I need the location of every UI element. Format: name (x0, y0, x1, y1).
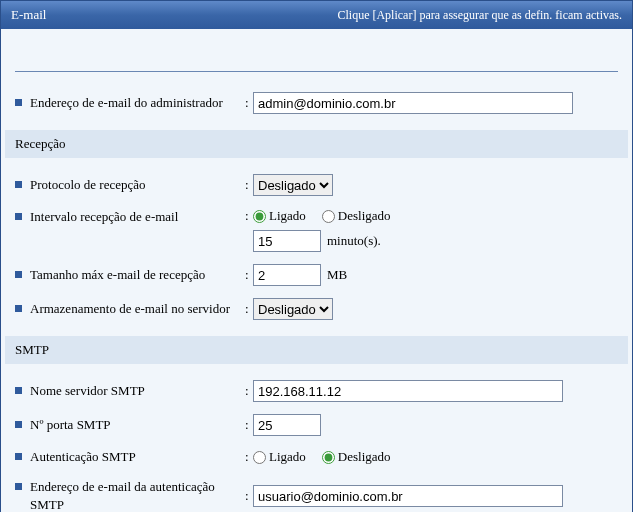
protocol-select[interactable]: Desligado (253, 174, 333, 196)
row-storage: Armazenamento de e-mail no servidor : De… (15, 292, 618, 326)
smtp-server-label: Nome servidor SMTP (30, 382, 145, 400)
smtp-auth-label: Autenticação SMTP (30, 448, 136, 466)
smtp-port-input[interactable] (253, 414, 321, 436)
smtp-server-input[interactable] (253, 380, 563, 402)
maxsize-input[interactable] (253, 264, 321, 286)
row-maxsize: Tamanho máx e-mail de recepção : MB (15, 258, 618, 292)
smtp-auth-on-radio-wrap[interactable]: Ligado (253, 449, 306, 465)
smtp-auth-off-radio-wrap[interactable]: Desligado (322, 449, 391, 465)
interval-off-radio-wrap[interactable]: Desligado (322, 208, 391, 224)
admin-email-input[interactable] (253, 92, 573, 114)
admin-email-label: Endereço de e-mail do administrador (30, 94, 223, 112)
row-interval: Intervalo recepção de e-mail : Ligado De… (15, 202, 618, 258)
protocol-label: Protocolo de recepção (30, 176, 146, 194)
row-admin-email: Endereço de e-mail do administrador : (15, 86, 618, 120)
smtp-auth-on-label: Ligado (269, 449, 306, 465)
smtp-auth-off-radio[interactable] (322, 451, 335, 464)
interval-on-radio[interactable] (253, 210, 266, 223)
interval-on-label: Ligado (269, 208, 306, 224)
separator (15, 71, 618, 72)
smtp-auth-off-label: Desligado (338, 449, 391, 465)
bullet-icon (15, 181, 22, 188)
page-hint: Clique [Aplicar] para assegurar que as d… (337, 8, 622, 23)
storage-label: Armazenamento de e-mail no servidor (30, 300, 230, 318)
maxsize-label: Tamanho máx e-mail de recepção (30, 266, 205, 284)
section-reception: Recepção (5, 130, 628, 158)
interval-value-input[interactable] (253, 230, 321, 252)
smtp-auth-on-radio[interactable] (253, 451, 266, 464)
interval-off-label: Desligado (338, 208, 391, 224)
interval-off-radio[interactable] (322, 210, 335, 223)
smtp-auth-email-label: Endereço de e-mail da autenticação SMTP (30, 478, 245, 512)
row-smtp-server: Nome servidor SMTP : (15, 374, 618, 408)
bullet-icon (15, 421, 22, 428)
bullet-icon (15, 305, 22, 312)
storage-select[interactable]: Desligado (253, 298, 333, 320)
interval-on-radio-wrap[interactable]: Ligado (253, 208, 306, 224)
colon: : (245, 95, 253, 111)
row-smtp-port: Nº porta SMTP : (15, 408, 618, 442)
interval-label: Intervalo recepção de e-mail (30, 208, 178, 226)
page-title: E-mail (11, 7, 46, 23)
bullet-icon (15, 213, 22, 220)
page-header: E-mail Clique [Aplicar] para assegurar q… (1, 1, 632, 29)
row-smtp-auth: Autenticação SMTP : Ligado Desligado (15, 442, 618, 472)
smtp-auth-email-input[interactable] (253, 485, 563, 507)
interval-unit: minuto(s). (327, 233, 381, 249)
bullet-icon (15, 271, 22, 278)
bullet-icon (15, 483, 22, 490)
row-smtp-auth-email: Endereço de e-mail da autenticação SMTP … (15, 472, 618, 512)
bullet-icon (15, 387, 22, 394)
section-smtp: SMTP (5, 336, 628, 364)
row-protocol: Protocolo de recepção : Desligado (15, 168, 618, 202)
bullet-icon (15, 453, 22, 460)
maxsize-unit: MB (327, 267, 347, 283)
smtp-port-label: Nº porta SMTP (30, 416, 111, 434)
bullet-icon (15, 99, 22, 106)
